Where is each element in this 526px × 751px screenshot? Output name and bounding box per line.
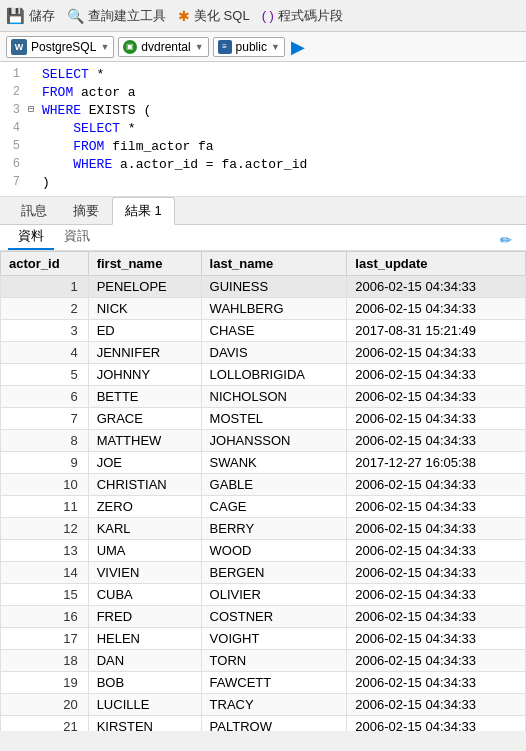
table-cell: 2006-02-15 04:34:33 [347,562,526,584]
table-cell: PALTROW [201,716,347,732]
table-row[interactable]: 11ZEROCAGE2006-02-15 04:34:33 [1,496,526,518]
table-row[interactable]: 2NICKWAHLBERG2006-02-15 04:34:33 [1,298,526,320]
table-cell: JENNIFER [88,342,201,364]
table-row[interactable]: 20LUCILLETRACY2006-02-15 04:34:33 [1,694,526,716]
table-cell: 19 [1,672,89,694]
table-row[interactable]: 13UMAWOOD2006-02-15 04:34:33 [1,540,526,562]
table-cell: 2006-02-15 04:34:33 [347,364,526,386]
table-cell: JOE [88,452,201,474]
table-row[interactable]: 4JENNIFERDAVIS2006-02-15 04:34:33 [1,342,526,364]
tab-summary[interactable]: 摘要 [60,197,112,224]
table-cell: BERRY [201,518,347,540]
subtabs-row: 資料 資訊 ✏ [0,225,526,251]
subtab-info[interactable]: 資訊 [54,224,100,250]
table-cell: JOHANSSON [201,430,347,452]
table-row[interactable]: 14VIVIENBERGEN2006-02-15 04:34:33 [1,562,526,584]
table-row[interactable]: 8MATTHEWJOHANSSON2006-02-15 04:34:33 [1,430,526,452]
table-cell: 2006-02-15 04:34:33 [347,298,526,320]
postgresql-icon: W [11,39,27,55]
edit-icon[interactable]: ✏ [494,230,518,250]
database-select[interactable]: ▣ dvdrental ▼ [118,37,208,57]
table-cell: GRACE [88,408,201,430]
table-row[interactable]: 7GRACEMOSTEL2006-02-15 04:34:33 [1,408,526,430]
table-cell: ZERO [88,496,201,518]
save-label: 儲存 [29,7,55,25]
table-cell: OLIVIER [201,584,347,606]
table-row[interactable]: 19BOBFAWCETT2006-02-15 04:34:33 [1,672,526,694]
table-cell: 11 [1,496,89,518]
table-cell: GUINESS [201,276,347,298]
table-cell: JOHNNY [88,364,201,386]
table-cell: 2017-12-27 16:05:38 [347,452,526,474]
col-header-last-name: last_name [201,252,347,276]
table-row[interactable]: 1PENELOPEGUINESS2006-02-15 04:34:33 [1,276,526,298]
tab-messages[interactable]: 訊息 [8,197,60,224]
code-label: 程式碼片段 [278,7,343,25]
table-row[interactable]: 10CHRISTIANGABLE2006-02-15 04:34:33 [1,474,526,496]
table-cell: MOSTEL [201,408,347,430]
table-cell: 1 [1,276,89,298]
col-header-first-name: first_name [88,252,201,276]
table-row[interactable]: 16FREDCOSTNER2006-02-15 04:34:33 [1,606,526,628]
sql-editor[interactable]: 1 SELECT * 2 FROM actor a 3 ⊟ WHERE EXIS… [0,62,526,197]
table-row[interactable]: 9JOESWANK2017-12-27 16:05:38 [1,452,526,474]
code-snippet-button[interactable]: ( ) 程式碼片段 [262,7,343,25]
table-row[interactable]: 3EDCHASE2017-08-31 15:21:49 [1,320,526,342]
table-header-row: actor_id first_name last_name last_updat… [1,252,526,276]
table-row[interactable]: 17HELENVOIGHT2006-02-15 04:34:33 [1,628,526,650]
table-cell: 18 [1,650,89,672]
table-cell: 2006-02-15 04:34:33 [347,342,526,364]
result-table-container[interactable]: actor_id first_name last_name last_updat… [0,251,526,731]
result-table: actor_id first_name last_name last_updat… [0,251,526,731]
table-cell: 2006-02-15 04:34:33 [347,386,526,408]
table-cell: 10 [1,474,89,496]
table-cell: 3 [1,320,89,342]
subtab-data[interactable]: 資料 [8,224,54,250]
table-cell: VOIGHT [201,628,347,650]
table-cell: COSTNER [201,606,347,628]
table-cell: 12 [1,518,89,540]
beautify-button[interactable]: ✱ 美化 SQL [178,7,250,25]
subtabs-left: 資料 資訊 [8,224,100,250]
table-row[interactable]: 21KIRSTENPALTROW2006-02-15 04:34:33 [1,716,526,732]
query-builder-button[interactable]: 🔍 查詢建立工具 [67,7,166,25]
table-row[interactable]: 6BETTENICHOLSON2006-02-15 04:34:33 [1,386,526,408]
toolbar: 💾 儲存 🔍 查詢建立工具 ✱ 美化 SQL ( ) 程式碼片段 [0,0,526,32]
run-button[interactable]: ▶ [291,36,305,58]
schema-select[interactable]: ≡ public ▼ [213,37,285,57]
table-cell: 8 [1,430,89,452]
table-cell: 2006-02-15 04:34:33 [347,716,526,732]
db-type-arrow: ▼ [100,42,109,52]
table-cell: TORN [201,650,347,672]
table-cell: DAN [88,650,201,672]
sql-line-1: 1 SELECT * [0,66,526,84]
table-row[interactable]: 18DANTORN2006-02-15 04:34:33 [1,650,526,672]
table-cell: 2006-02-15 04:34:33 [347,650,526,672]
db-type-select[interactable]: W PostgreSQL ▼ [6,36,114,58]
table-cell: FRED [88,606,201,628]
table-cell: 2006-02-15 04:34:33 [347,276,526,298]
table-cell: CHASE [201,320,347,342]
table-cell: UMA [88,540,201,562]
table-cell: 2006-02-15 04:34:33 [347,628,526,650]
table-cell: 2006-02-15 04:34:33 [347,606,526,628]
query-label: 查詢建立工具 [88,7,166,25]
table-cell: 20 [1,694,89,716]
table-cell: 16 [1,606,89,628]
table-cell: HELEN [88,628,201,650]
table-cell: BOB [88,672,201,694]
table-cell: 2017-08-31 15:21:49 [347,320,526,342]
table-cell: MATTHEW [88,430,201,452]
schema-icon: ≡ [218,40,232,54]
table-cell: 2006-02-15 04:34:33 [347,474,526,496]
tab-result1[interactable]: 結果 1 [112,197,175,225]
table-row[interactable]: 5JOHNNYLOLLOBRIGIDA2006-02-15 04:34:33 [1,364,526,386]
table-cell: 2006-02-15 04:34:33 [347,496,526,518]
table-cell: NICK [88,298,201,320]
table-cell: BETTE [88,386,201,408]
save-button[interactable]: 💾 儲存 [6,7,55,25]
table-cell: 21 [1,716,89,732]
sql-line-3: 3 ⊟ WHERE EXISTS ( [0,102,526,120]
table-row[interactable]: 12KARLBERRY2006-02-15 04:34:33 [1,518,526,540]
table-row[interactable]: 15CUBAOLIVIER2006-02-15 04:34:33 [1,584,526,606]
